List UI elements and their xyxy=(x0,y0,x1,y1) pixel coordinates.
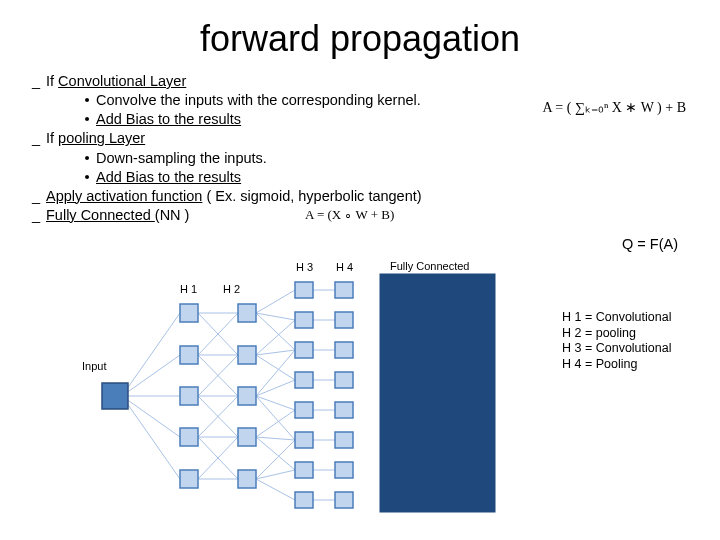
svg-line-3 xyxy=(122,396,180,437)
svg-rect-58 xyxy=(295,432,313,448)
svg-line-32 xyxy=(256,470,295,479)
bullet-content: _ If Convolutional Layer • Convolve the … xyxy=(0,72,720,225)
legend-h3: H 3 = Convolutional xyxy=(562,341,671,357)
conv-step-2: Add Bias to the results xyxy=(96,110,241,129)
svg-rect-47 xyxy=(180,470,198,488)
page-title: forward propagation xyxy=(0,0,720,72)
pool-layer-if: If pooling Layer xyxy=(46,129,145,148)
svg-rect-57 xyxy=(295,402,313,418)
svg-rect-56 xyxy=(295,372,313,388)
svg-rect-67 xyxy=(335,462,353,478)
dash: _ xyxy=(32,187,46,206)
bullet-dot: • xyxy=(78,149,96,168)
svg-line-21 xyxy=(256,320,295,355)
svg-line-31 xyxy=(256,440,295,479)
label-h3: H 3 xyxy=(296,261,313,273)
svg-line-24 xyxy=(256,350,295,396)
svg-rect-44 xyxy=(180,346,198,364)
network-diagram: Input H 1 H 2 H 3 H 4 Fully Connected xyxy=(90,265,510,525)
label-h4: H 4 xyxy=(336,261,353,273)
svg-rect-55 xyxy=(295,342,313,358)
dash: _ xyxy=(32,129,46,148)
network-svg xyxy=(90,265,510,525)
svg-rect-48 xyxy=(238,304,256,322)
dash: _ xyxy=(32,72,46,91)
pool-step-2: Add Bias to the results xyxy=(96,168,241,187)
svg-rect-64 xyxy=(335,372,353,388)
svg-line-33 xyxy=(256,479,295,500)
conv-step-1: Convolve the inputs with the correspondi… xyxy=(96,91,421,110)
svg-line-1 xyxy=(122,355,180,396)
svg-rect-61 xyxy=(335,282,353,298)
legend-h1: H 1 = Convolutional xyxy=(562,310,671,326)
bullet-dot: • xyxy=(78,110,96,129)
svg-line-22 xyxy=(256,350,295,355)
label-h2: H 2 xyxy=(223,283,240,295)
conv-layer-if: If Convolutional Layer xyxy=(46,72,186,91)
svg-rect-42 xyxy=(102,383,128,409)
svg-rect-50 xyxy=(238,387,256,405)
activation-line: Apply activation function ( Ex. sigmoid,… xyxy=(46,187,422,206)
svg-rect-60 xyxy=(295,492,313,508)
svg-line-18 xyxy=(256,290,295,313)
formula-conv: A = ( ∑ₖ₌₀ⁿ X ∗ W ) + B xyxy=(543,99,687,116)
svg-rect-53 xyxy=(295,282,313,298)
svg-line-23 xyxy=(256,355,295,380)
q-equals-fa: Q = F(A) xyxy=(622,236,678,252)
svg-rect-69 xyxy=(380,274,495,512)
svg-rect-43 xyxy=(180,304,198,322)
label-h1: H 1 xyxy=(180,283,197,295)
legend-h2: H 2 = pooling xyxy=(562,326,671,342)
svg-rect-59 xyxy=(295,462,313,478)
svg-line-30 xyxy=(256,437,295,470)
svg-rect-49 xyxy=(238,346,256,364)
svg-rect-66 xyxy=(335,432,353,448)
svg-rect-51 xyxy=(238,428,256,446)
svg-rect-62 xyxy=(335,312,353,328)
svg-rect-45 xyxy=(180,387,198,405)
bullet-dot: • xyxy=(78,168,96,187)
svg-rect-54 xyxy=(295,312,313,328)
dash: _ xyxy=(32,206,46,225)
svg-rect-46 xyxy=(180,428,198,446)
svg-rect-52 xyxy=(238,470,256,488)
formula-pool: A = (X ∘ W + B) xyxy=(305,207,394,223)
pool-step-1: Down-sampling the inputs. xyxy=(96,149,267,168)
svg-rect-68 xyxy=(335,492,353,508)
label-fully-connected: Fully Connected xyxy=(390,260,470,272)
svg-line-25 xyxy=(256,380,295,396)
bullet-dot: • xyxy=(78,91,96,110)
legend-h4: H 4 = Pooling xyxy=(562,357,671,373)
svg-line-4 xyxy=(122,396,180,479)
fully-connected-line: Fully Connected (NN ) xyxy=(46,206,189,225)
svg-line-29 xyxy=(256,437,295,440)
svg-line-0 xyxy=(122,313,180,396)
label-input: Input xyxy=(82,360,106,372)
svg-rect-65 xyxy=(335,402,353,418)
legend: H 1 = Convolutional H 2 = pooling H 3 = … xyxy=(562,310,671,373)
svg-rect-63 xyxy=(335,342,353,358)
